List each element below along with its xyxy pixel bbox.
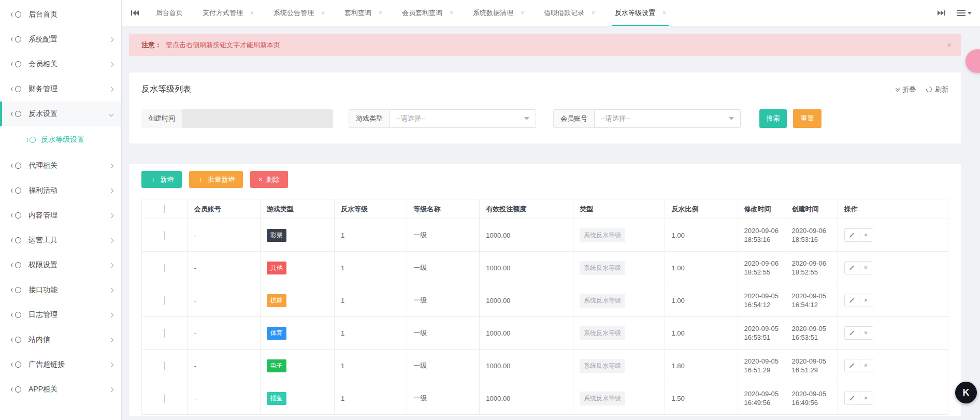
sidebar-item-permissions[interactable]: 权限设置 — [0, 253, 121, 278]
delete-row-button[interactable]: × — [859, 294, 873, 307]
table-row: - 体育 1 一级 1000.00 系统反水等级 1.00 2020-09-05… — [142, 317, 948, 350]
tab-loan-records[interactable]: 借呗借款记录 × — [534, 0, 605, 26]
created-time-filter: 创建时间 — [141, 109, 333, 128]
scroll-tabs-start-icon[interactable] — [131, 10, 139, 16]
delete-row-button[interactable]: × — [859, 359, 873, 372]
sidebar-item-content[interactable]: 内容管理 — [0, 203, 121, 228]
pencil-icon — [849, 363, 854, 368]
circle-menu-icon — [11, 311, 21, 319]
delete-row-button[interactable]: × — [859, 262, 873, 274]
row-checkbox[interactable] — [164, 231, 165, 240]
tab-data-cleanup[interactable]: 系统数据清理 × — [463, 0, 534, 26]
tab-arbitrage-query[interactable]: 套利查询 × — [335, 0, 392, 26]
close-tab-icon[interactable]: × — [379, 9, 382, 17]
delete-row-button[interactable]: × — [859, 392, 873, 404]
level-name-cell: 一级 — [407, 382, 480, 415]
tab-payment-methods[interactable]: 支付方式管理 × — [193, 0, 264, 26]
sidebar-item-welfare[interactable]: 福利活动 — [0, 178, 121, 203]
created-time-input[interactable] — [182, 109, 333, 128]
batch-add-button[interactable]: ＋ 批量新增 — [189, 171, 243, 188]
edit-button[interactable] — [845, 359, 859, 372]
sidebar-item-label: 系统配置 — [28, 35, 109, 44]
row-checkbox[interactable] — [164, 264, 165, 272]
select-arrow-icon — [524, 117, 529, 120]
sidebar-item-app[interactable]: APP相关 — [0, 377, 121, 402]
sidebar-item-system-config[interactable]: 系统配置 — [0, 27, 121, 52]
member-cell: - — [188, 350, 260, 382]
sidebar-subitem-rebate-level-settings[interactable]: 反水等级设置 — [0, 126, 121, 153]
chevron-right-icon — [109, 163, 114, 168]
row-checkbox[interactable] — [164, 361, 165, 370]
scroll-tabs-end-icon[interactable] — [938, 10, 945, 16]
tab-home[interactable]: 后台首页 — [146, 0, 193, 26]
tab-member-arbitrage-query[interactable]: 会员套利查询 × — [392, 0, 463, 26]
level-cell: 1 — [335, 252, 407, 284]
type-badge: 系统反水等级 — [580, 294, 625, 308]
edit-button[interactable] — [845, 262, 859, 274]
close-tab-icon[interactable]: × — [662, 9, 666, 17]
modified-cell: 2020-09-05 16:53:51 — [738, 317, 785, 350]
filter-row: 创建时间 游戏类型 --请选择-- 会员账号 --请选择-- — [141, 109, 948, 128]
sidebar-item-finance[interactable]: 财务管理 — [0, 77, 121, 102]
edit-button[interactable] — [845, 392, 859, 404]
tab-system-announcements[interactable]: 系统公告管理 × — [264, 0, 335, 26]
tab-menu-icon[interactable] — [957, 10, 965, 16]
collapse-button[interactable]: 折叠 — [896, 85, 916, 94]
row-checkbox[interactable] — [164, 296, 165, 305]
type-badge: 系统反水等级 — [580, 326, 625, 340]
bet-cell: 1000.00 — [480, 219, 573, 252]
member-account-select[interactable]: --请选择-- — [594, 109, 741, 128]
sidebar-item-ad-links[interactable]: 广告超链接 — [0, 352, 121, 377]
edit-button[interactable] — [845, 327, 859, 339]
sidebar-item-home[interactable]: 后台首页 — [0, 2, 121, 27]
row-actions: × — [844, 261, 873, 274]
created-cell: 2020-09-05 16:49:56 — [785, 382, 838, 415]
sidebar-item-api[interactable]: 接口功能 — [0, 278, 121, 302]
sidebar-item-rebate-settings[interactable]: 反水设置 — [0, 102, 121, 126]
circle-menu-icon — [11, 187, 21, 195]
created-cell: 2020-09-06 18:53:16 — [785, 219, 838, 252]
close-alert-icon[interactable]: × — [947, 40, 952, 49]
add-label: 新增 — [160, 175, 174, 184]
close-tab-icon[interactable]: × — [521, 9, 524, 17]
circle-menu-icon — [11, 386, 21, 394]
select-all-checkbox[interactable] — [164, 205, 165, 213]
sidebar-item-site-messages[interactable]: 站内信 — [0, 327, 121, 352]
created-cell: 2020-09-06 18:52:55 — [785, 252, 838, 284]
row-checkbox[interactable] — [164, 394, 165, 403]
floating-pink-button[interactable] — [965, 49, 980, 73]
sidebar-item-operation-tools[interactable]: 运营工具 — [0, 228, 121, 253]
sidebar-item-logs[interactable]: 日志管理 — [0, 302, 121, 327]
sidebar-item-member[interactable]: 会员相关 — [0, 52, 121, 77]
bet-cell: 1000.00 — [480, 317, 573, 350]
refresh-button[interactable]: 刷新 — [926, 85, 948, 94]
close-tab-icon[interactable]: × — [321, 9, 325, 17]
chevron-right-icon — [109, 213, 114, 218]
ratio-cell: 1.00 — [665, 284, 738, 317]
delete-row-button[interactable]: × — [859, 229, 873, 241]
circle-menu-icon — [11, 237, 21, 244]
close-tab-icon[interactable]: × — [250, 9, 254, 17]
sidebar-item-agent[interactable]: 代理相关 — [0, 153, 121, 178]
floating-logo-button[interactable]: K — [955, 382, 977, 403]
sidebar-item-label: 财务管理 — [28, 84, 109, 94]
edit-button[interactable] — [845, 229, 859, 241]
game-type-badge: 捕鱼 — [267, 392, 286, 405]
row-checkbox[interactable] — [164, 329, 165, 338]
app-window: 后台首页 系统配置 会员相关 财务管理 反水设置 反水等级设置 代理 — [0, 0, 980, 420]
double-chevron-down-icon — [896, 88, 899, 91]
reset-button[interactable]: 重置 — [793, 109, 822, 128]
delete-button[interactable]: × 删除 — [250, 171, 288, 188]
search-button[interactable]: 搜索 — [759, 109, 787, 128]
batch-add-label: 批量新增 — [208, 175, 235, 184]
edit-button[interactable] — [845, 294, 859, 307]
sidebar-item-label: 站内信 — [28, 335, 109, 344]
close-tab-icon[interactable]: × — [592, 9, 595, 17]
tab-rebate-level-settings[interactable]: 反水等级设置 × — [605, 0, 676, 26]
game-type-select[interactable]: --请选择-- — [390, 109, 536, 128]
add-button[interactable]: ＋ 新增 — [141, 171, 182, 188]
panel-header: 反水等级列表 折叠 刷新 — [141, 84, 948, 95]
delete-row-button[interactable]: × — [859, 327, 873, 339]
close-tab-icon[interactable]: × — [450, 9, 453, 17]
pencil-icon — [849, 265, 854, 270]
